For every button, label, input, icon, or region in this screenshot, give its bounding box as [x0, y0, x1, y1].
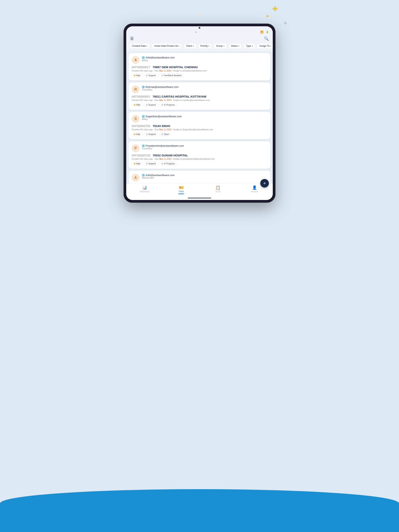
- ticket-id-title: #ATS0000709 76144 SMAH: [132, 124, 267, 127]
- nav-active-indicator: [178, 194, 184, 194]
- due-date: May 11 2023: [159, 128, 172, 131]
- filter-chip-assign-to[interactable]: Assign To▾: [257, 43, 273, 49]
- page-headline: [123, 8, 276, 17]
- ticket-meta: Created 457 days ago · Due May 11 2023 ·…: [132, 99, 267, 101]
- fab-button[interactable]: +: [260, 179, 269, 188]
- ticket-user-info: 🌐 Arthi@aostasoftware.com Billing: [142, 56, 267, 62]
- ticket-header: S 🌐 Suganthan@aostasoftware.com Billing: [132, 115, 267, 123]
- ticket-dept: Billing: [142, 118, 267, 120]
- ticket-header: A 🌐 Arthi@aostasoftware.com INVENTORY: [132, 174, 267, 182]
- nav-label-to do: To Do: [215, 190, 220, 193]
- ticket-meta: Created 461 days ago · Due May 11 2023 ·…: [132, 70, 267, 72]
- battery-wifi-area: 📶 🔋: [260, 31, 269, 33]
- ticket-dept: FrontOffice: [142, 147, 267, 150]
- filter-label: Assign To: [259, 44, 270, 47]
- priority-tag: High: [132, 132, 143, 136]
- status-tag: ⚙ In Progress: [159, 162, 177, 165]
- camera-dot: [199, 27, 200, 29]
- star-large-icon: ✦: [271, 4, 279, 14]
- chevron-down-icon: ▾: [270, 45, 271, 47]
- notch-area: [126, 26, 273, 29]
- chevron-down-icon: ▾: [208, 45, 209, 47]
- nav-item-ticket[interactable]: 🎫 Ticket: [163, 185, 200, 194]
- filter-label: Created Date: [132, 44, 146, 47]
- nav-icon-dashboard: 📊: [142, 185, 147, 190]
- filter-chip-created-date[interactable]: Created Date▾: [129, 43, 150, 49]
- due-date: May 11 2023: [159, 99, 172, 101]
- ticket-tags: High ⚙ Support ⚙ Feedback Awaited: [132, 73, 267, 77]
- status-bar: ··· 📶 🔋: [126, 29, 273, 35]
- ticket-card-ticket-4[interactable]: P 🌐 Priyadarshini@aostasoftware.com Fron…: [129, 141, 270, 169]
- ticket-number: #ATS0000709: [132, 124, 150, 127]
- type-tag: ⚙ Support: [144, 132, 158, 136]
- ticket-id-title: #ATS0000651 76011 CARITAS HOSPITAL KOTTA…: [132, 95, 267, 98]
- priority-tag: High: [132, 162, 143, 165]
- ticket-user-info: 🌐 Priyadarshini@aostasoftware.com FrontO…: [142, 144, 267, 150]
- dots-icon: ···: [195, 31, 197, 33]
- filter-chip-company[interactable]: Aosta India Private Ltd▾: [152, 43, 182, 49]
- ticket-id-title: #ATS0000728 76532 GUNAM HOSPITAL: [132, 154, 267, 157]
- ticket-tags: High ⚙ Support ⚙ In Progress: [132, 162, 267, 165]
- menu-icon[interactable]: ☰: [130, 36, 134, 41]
- ticket-card-ticket-2[interactable]: R 🌐 Rishvaa@aostasoftware.com FrontOffic…: [129, 82, 270, 110]
- avatar: A: [132, 56, 140, 64]
- ticket-number: #ATS0000728: [132, 154, 150, 157]
- plus-deco-icon: +: [283, 19, 287, 27]
- nav-label-ticket: Ticket: [179, 190, 184, 193]
- ticket-header: R 🌐 Rishvaa@aostasoftware.com FrontOffic…: [132, 85, 267, 93]
- chevron-down-icon: ▾: [238, 45, 239, 47]
- filter-label: Group: [216, 44, 223, 47]
- globe-icon: 🌐: [142, 115, 145, 118]
- priority-dot-icon: [134, 163, 135, 164]
- ticket-id-title: #ATS0000617 75887 GEM HOSPITAL CHENNAI: [132, 65, 267, 69]
- nav-item-dashboard[interactable]: 📊 Dashboard: [126, 185, 163, 194]
- ticket-email: 🌐 Arthi@aostasoftware.com: [142, 56, 267, 59]
- globe-icon: 🌐: [142, 86, 145, 89]
- nav-icon-ticket: 🎫: [179, 185, 184, 190]
- ticket-email: 🌐 Arthi@aostasoftware.com: [142, 174, 267, 177]
- ticket-card-ticket-3[interactable]: S 🌐 Suganthan@aostasoftware.com Billing …: [129, 112, 270, 139]
- type-tag: ⚙ Support: [144, 73, 158, 77]
- nav-label-dashboard: Dashboard: [140, 190, 149, 193]
- status-icon: ⚙: [161, 163, 163, 165]
- filters-row: Created Date▾Aosta India Private Ltd▾Cli…: [126, 43, 273, 51]
- star-small-icon: ✦: [265, 14, 270, 19]
- filter-label: Aosta India Private Ltd: [154, 44, 178, 47]
- home-bar: [188, 198, 211, 198]
- filter-chip-client[interactable]: Client▾: [184, 43, 196, 49]
- ticket-list[interactable]: A 🌐 Arthi@aostasoftware.com Billing #ATS…: [126, 51, 273, 184]
- ticket-card-ticket-1[interactable]: A 🌐 Arthi@aostasoftware.com Billing #ATS…: [129, 53, 270, 80]
- ticket-user-info: 🌐 Rishvaa@aostasoftware.com FrontOffice: [142, 85, 267, 91]
- ticket-user-info: 🌐 Suganthan@aostasoftware.com Billing: [142, 115, 267, 120]
- filter-chip-priority[interactable]: Priority▾: [198, 43, 212, 49]
- filter-chip-type[interactable]: Type▾: [244, 43, 255, 49]
- ticket-meta: Created 441 days ago · Due May 11 2023 ·…: [132, 158, 267, 160]
- ticket-meta: Created 451 days ago · Due May 11 2023 ·…: [132, 128, 267, 131]
- filter-label: Priority: [200, 44, 208, 47]
- ticket-card-ticket-5[interactable]: A 🌐 Arthi@aostasoftware.com INVENTORY #A…: [129, 171, 270, 184]
- status-bar-right: ···: [195, 31, 197, 33]
- search-button[interactable]: 🔍: [264, 36, 269, 41]
- status-tag: ⚙ Open: [159, 132, 171, 136]
- chevron-down-icon: ▾: [147, 45, 148, 47]
- avatar: R: [132, 85, 140, 93]
- filter-chip-group[interactable]: Group▾: [213, 43, 227, 49]
- page-header: ✦ ✦ +: [123, 8, 276, 17]
- globe-icon: 🌐: [142, 145, 145, 147]
- ticket-header: P 🌐 Priyadarshini@aostasoftware.com Fron…: [132, 144, 267, 152]
- ticket-dept: INVENTORY: [142, 177, 267, 179]
- home-indicator: [126, 196, 273, 200]
- nav-item-to-do[interactable]: 📋 To Do: [200, 185, 236, 194]
- filter-chip-status[interactable]: Status▾: [229, 43, 242, 49]
- type-tag: ⚙ Support: [144, 103, 158, 107]
- priority-dot-icon: [134, 104, 135, 106]
- avatar: P: [132, 144, 140, 152]
- type-icon: ⚙: [146, 74, 148, 76]
- chevron-down-icon: ▾: [224, 45, 225, 47]
- due-date: May 11 2023: [159, 158, 172, 160]
- ticket-user-info: 🌐 Arthi@aostasoftware.com INVENTORY: [142, 174, 267, 179]
- status-tag: ⚙ Feedback Awaited: [159, 73, 184, 77]
- filter-label: Client: [186, 44, 192, 47]
- chevron-down-icon: ▾: [179, 45, 180, 47]
- ticket-number: #ATS0000617: [132, 65, 150, 69]
